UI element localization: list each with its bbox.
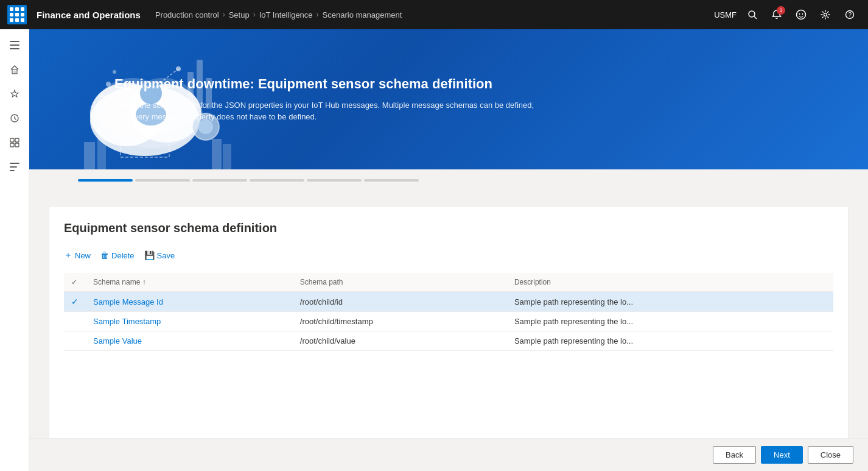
col-check-header: ✓: [64, 273, 86, 292]
svg-point-34: [106, 82, 111, 87]
content-area: Equipment sensor schema definition ＋ New…: [29, 191, 868, 438]
home-icon: [10, 65, 19, 74]
svg-rect-12: [13, 71, 16, 74]
question-mark-icon: ?: [845, 10, 855, 19]
plus-icon: ＋: [64, 250, 72, 261]
row-check[interactable]: ✓: [64, 292, 86, 312]
row-schema-name[interactable]: Sample Message Id: [86, 292, 293, 312]
step-5: [307, 179, 362, 182]
footer: Back Next Close: [29, 438, 868, 471]
hero-text: Equipment downtime: Equipment sensor sch…: [114, 76, 541, 123]
help-button[interactable]: ?: [839, 4, 861, 26]
step-2: [135, 179, 190, 182]
svg-point-4: [802, 13, 803, 15]
delete-button[interactable]: 🗑 Delete: [100, 247, 135, 263]
row-check[interactable]: [64, 331, 86, 351]
col-path-header: Schema path: [293, 273, 507, 292]
breadcrumb-setup[interactable]: Setup: [229, 10, 250, 19]
svg-rect-14: [10, 138, 14, 142]
table-toolbar: ＋ New 🗑 Delete 💾 Save: [64, 247, 833, 263]
save-button[interactable]: 💾 Save: [144, 247, 175, 263]
sidebar-workspaces[interactable]: [4, 132, 26, 154]
hero-title: Equipment downtime: Equipment sensor sch…: [114, 76, 541, 92]
star-icon: [10, 89, 19, 99]
breadcrumb: Production control › Setup › IoT Intelli…: [155, 10, 709, 19]
row-schema-name[interactable]: Sample Timestamp: [86, 312, 293, 331]
back-button[interactable]: Back: [713, 446, 756, 464]
top-navigation: Finance and Operations Production contro…: [0, 0, 868, 29]
svg-point-35: [113, 70, 116, 74]
col-name-header[interactable]: Schema name ↑: [86, 273, 293, 292]
table-row[interactable]: Sample Timestamp /root/child/timestamp S…: [64, 312, 833, 331]
face-button[interactable]: [790, 4, 812, 26]
row-description: Sample path representing the lo...: [507, 312, 833, 331]
save-icon: 💾: [144, 250, 155, 260]
svg-point-43: [176, 66, 181, 71]
svg-rect-10: [10, 48, 19, 49]
svg-rect-15: [15, 138, 19, 142]
schema-name-link[interactable]: Sample Message Id: [93, 297, 163, 306]
row-schema-name[interactable]: Sample Value: [86, 331, 293, 351]
card-title: Equipment sensor schema definition: [64, 221, 833, 235]
notification-badge: 1: [777, 6, 785, 15]
search-button[interactable]: [741, 4, 763, 26]
row-check[interactable]: [64, 312, 86, 331]
row-schema-path: /root/child/value: [293, 331, 507, 351]
sidebar-modules[interactable]: [4, 156, 26, 178]
apps-launcher-button[interactable]: [7, 5, 27, 24]
settings-button[interactable]: [814, 4, 836, 26]
workspaces-icon: [10, 138, 19, 147]
schema-name-link[interactable]: Sample Timestamp: [93, 317, 161, 326]
svg-rect-18: [10, 163, 19, 164]
svg-rect-41: [223, 144, 231, 169]
chevron-icon: ›: [253, 10, 256, 19]
schema-name-link[interactable]: Sample Value: [93, 336, 142, 345]
svg-rect-40: [212, 139, 222, 169]
svg-rect-16: [10, 143, 14, 147]
breadcrumb-production-control[interactable]: Production control: [155, 10, 219, 19]
sidebar-home[interactable]: [4, 58, 26, 80]
chevron-icon: ›: [223, 10, 225, 19]
svg-rect-9: [10, 44, 19, 46]
breadcrumb-scenario-management[interactable]: Scenario management: [323, 10, 402, 19]
svg-rect-8: [10, 41, 19, 42]
sidebar-recent[interactable]: [4, 107, 26, 129]
table-row[interactable]: Sample Value /root/child/value Sample pa…: [64, 331, 833, 351]
schema-definition-card: Equipment sensor schema definition ＋ New…: [49, 206, 849, 438]
step-1: [78, 179, 133, 182]
step-6: [364, 179, 419, 182]
svg-rect-39: [97, 136, 106, 169]
row-schema-path: /root/child/id: [293, 292, 507, 312]
nav-right: USMF 1: [714, 4, 861, 26]
row-description: Sample path representing the lo...: [507, 292, 833, 312]
svg-line-1: [754, 16, 757, 19]
breadcrumb-iot-intelligence[interactable]: IoT Intelligence: [259, 10, 313, 19]
clock-icon: [10, 113, 19, 123]
checkmark-icon: ✓: [71, 297, 79, 306]
table-row[interactable]: ✓ Sample Message Id /root/child/id Sampl…: [64, 292, 833, 312]
svg-point-5: [824, 13, 827, 16]
user-label: USMF: [714, 10, 737, 19]
next-button[interactable]: Next: [761, 446, 803, 464]
notification-button[interactable]: 1: [766, 4, 788, 26]
steps-progress-bar: [29, 169, 868, 191]
svg-rect-20: [10, 170, 15, 171]
row-description: Sample path representing the lo...: [507, 331, 833, 351]
svg-point-0: [749, 11, 755, 17]
new-button[interactable]: ＋ New: [64, 247, 91, 263]
trash-icon: 🗑: [100, 250, 109, 260]
search-icon: [747, 10, 757, 19]
sidebar-hamburger[interactable]: [4, 34, 26, 56]
main-content: Equipment downtime: Equipment sensor sch…: [29, 29, 868, 471]
row-schema-path: /root/child/timestamp: [293, 312, 507, 331]
svg-text:?: ?: [849, 12, 852, 18]
sidebar-favorites[interactable]: [4, 83, 26, 105]
svg-point-2: [797, 10, 806, 19]
svg-rect-17: [15, 143, 19, 147]
modules-icon: [10, 163, 19, 171]
hamburger-icon: [10, 41, 19, 49]
gear-icon: [821, 10, 830, 19]
step-4: [250, 179, 304, 182]
close-button[interactable]: Close: [808, 446, 853, 464]
svg-point-3: [799, 13, 800, 15]
